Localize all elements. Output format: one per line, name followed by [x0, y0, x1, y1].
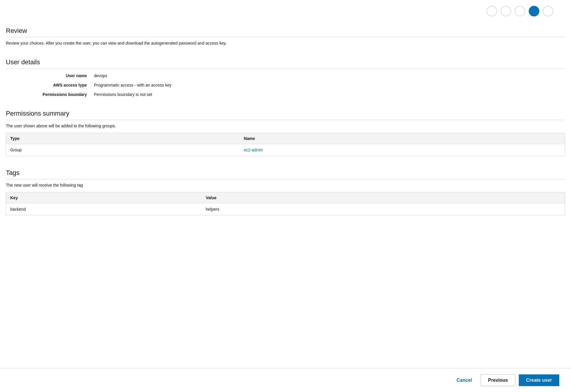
- tags-value-header: Value: [202, 192, 565, 203]
- tags-table-header-row: Key Value: [6, 192, 565, 203]
- tag-key-cell: backend: [6, 203, 202, 215]
- review-section: Review Review your choices. After you cr…: [6, 22, 565, 45]
- permissions-boundary-value: Permissions boundary is not set: [94, 92, 565, 97]
- permissions-table: Type Name Group ec2-admin: [6, 133, 565, 156]
- tags-divider: [6, 179, 565, 179]
- tags-key-header: Key: [6, 192, 202, 203]
- step-5-circle: [543, 6, 553, 16]
- step-2-circle: [501, 6, 511, 16]
- user-details-grid: User name devops AWS access type Program…: [6, 73, 565, 97]
- user-details-title: User details: [6, 54, 565, 68]
- permissions-summary-section: Permissions summary The user shown above…: [6, 105, 565, 156]
- permissions-type-header: Type: [6, 133, 240, 144]
- cancel-button[interactable]: Cancel: [451, 375, 477, 386]
- step-4-circle: [529, 6, 539, 16]
- previous-button[interactable]: Previous: [481, 374, 515, 386]
- username-value: devops: [94, 73, 565, 78]
- permissions-summary-divider: [6, 120, 565, 120]
- step-1-circle: [486, 6, 497, 16]
- permissions-type-cell: Group: [6, 144, 240, 156]
- username-label: User name: [12, 73, 94, 78]
- review-description: Review your choices. After you create th…: [6, 41, 565, 45]
- step-3-circle: [515, 6, 525, 16]
- permissions-name-header: Name: [240, 133, 565, 144]
- table-row: Group ec2-admin: [6, 144, 565, 156]
- review-divider: [6, 37, 565, 37]
- permissions-table-header-row: Type Name: [6, 133, 565, 144]
- review-title: Review: [6, 22, 565, 37]
- table-row: backend helpers: [6, 203, 565, 215]
- tag-value-cell: helpers: [202, 203, 565, 215]
- permissions-boundary-label: Permissions boundary: [12, 92, 94, 97]
- group-link[interactable]: ec2-admin: [244, 148, 263, 152]
- step-indicators: [6, 0, 565, 22]
- create-user-button[interactable]: Create user: [519, 374, 559, 386]
- user-details-divider: [6, 68, 565, 69]
- tags-title: Tags: [6, 164, 565, 179]
- tags-table: Key Value backend helpers: [6, 192, 565, 215]
- tags-section: Tags The new user will receive the follo…: [6, 164, 565, 215]
- access-type-label: AWS access type: [12, 83, 94, 87]
- tags-description: The new user will receive the following …: [6, 183, 565, 187]
- access-type-value: Programmatic access - with an access key: [94, 83, 565, 87]
- permissions-summary-title: Permissions summary: [6, 105, 565, 120]
- user-details-section: User details User name devops AWS access…: [6, 54, 565, 97]
- permissions-summary-description: The user shown above will be added to th…: [6, 124, 565, 128]
- footer-bar: Cancel Previous Create user: [0, 368, 571, 392]
- permissions-name-cell: ec2-admin: [240, 144, 565, 156]
